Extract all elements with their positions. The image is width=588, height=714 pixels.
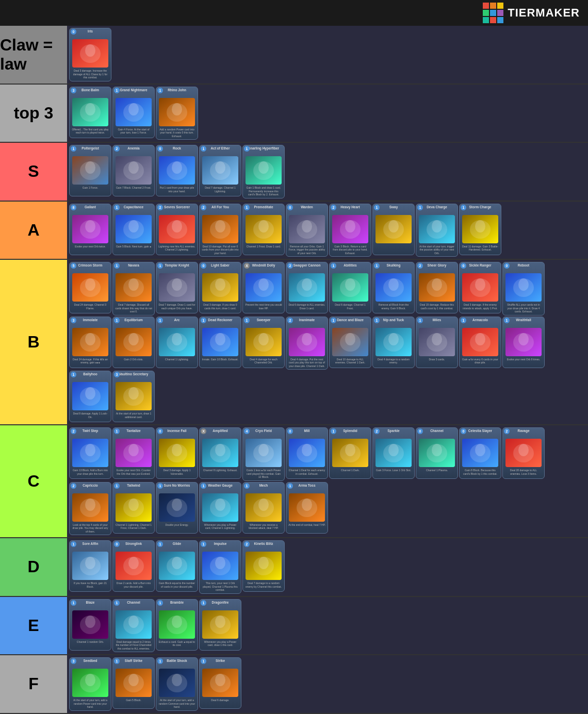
card[interactable]: 1Storm Charge Deal 11 damage. Gain 3 Bat… (459, 204, 501, 255)
card-desc: Draw 2 cards. Add a Burn into your disca… (114, 581, 153, 589)
tier-cards-e: 1Blaze Channel 1 random Orb.1Channel Dea… (67, 597, 588, 655)
card[interactable]: 1Channel Deal damage equal to 2 times th… (112, 599, 155, 653)
card[interactable]: 0Sickle Ranger Deal 3 damage. If the ene… (459, 262, 501, 313)
card-name: Deva Charge (427, 205, 447, 211)
card[interactable]: 1Tantalize Evoke your next Orb. Counter … (112, 427, 155, 479)
card[interactable]: 1Skulking Remove all Block from the enem… (372, 262, 415, 313)
card[interactable]: 0Incense Fall Deal 3 damage. Apply 1 Vul… (156, 427, 198, 479)
card[interactable]: 2Ravage Deal 28 damage to ALL enemies. L… (502, 427, 545, 479)
card-art (116, 98, 152, 126)
card[interactable]: 1Sore Affin If you have no Block, gain 2… (69, 540, 111, 592)
card-art (246, 273, 282, 302)
card-cost: 3 (71, 318, 76, 323)
card[interactable]: XWindmill Dolly Prevent the next time yo… (242, 262, 285, 313)
card-art (289, 273, 325, 302)
card[interactable]: 1Arc Channel 1 Lightning. (156, 317, 198, 368)
card-name: Rock (173, 146, 181, 153)
tier-cards-d: 1Sore Affin If you have no Block, gain 2… (67, 538, 588, 596)
card[interactable]: 1Blaze Channel 1 random Orb. (69, 599, 111, 651)
card-art (289, 493, 325, 522)
card[interactable]: 1Dragonfire Whenever you play a Power ca… (199, 599, 241, 651)
card[interactable]: 1Impulse This turn, your next 1 Orb play… (199, 540, 241, 594)
card[interactable]: 3Bone Balm Offered... The first card you… (69, 87, 111, 138)
card[interactable]: 1Tailwind Channel 1 Lightning, Channel 1… (112, 482, 155, 534)
card-desc: At the start of your turn, draw 1 additi… (114, 411, 153, 419)
card[interactable]: 1Premeditate Channel 1 Frost. Draw 1 car… (242, 204, 285, 255)
card[interactable]: 1Sway (372, 204, 415, 255)
card[interactable]: 1Arma Toss At the end of combat, heal 7 … (286, 482, 328, 534)
card[interactable]: 1Mech Whenever you receive a blocked att… (242, 482, 285, 534)
card[interactable]: 0Channel Channel 1 Plasma. (416, 427, 458, 479)
card[interactable]: 0Mill Channel 1 Deal for each enemy in c… (286, 427, 328, 479)
card[interactable]: 2Anemia Gain 7 Block. Channel 2 Frost. (112, 145, 155, 196)
card[interactable]: 0Warden Remove all your Orbs. Gain 1 For… (286, 204, 328, 257)
svg-point-44 (302, 220, 312, 233)
card[interactable]: 1Armacolo Gain ● for every 6 cards in yo… (459, 317, 501, 368)
svg-point-83 (432, 278, 442, 291)
card[interactable]: 3Immolate Deal 24 damage. If this kills … (69, 317, 111, 368)
card[interactable]: 1Templar Knight Deal 7 damage. Draw 1 ca… (156, 262, 198, 313)
card-cost: 1 (417, 318, 423, 323)
card[interactable]: 2Kinetic Blitz Deal 7 damage to a random… (242, 540, 285, 592)
card[interactable]: 0Iris Deal 3 damage. Increase the damage… (69, 28, 111, 81)
card[interactable]: XAmplified Channel 8 Lightning. Exhaust. (199, 427, 241, 479)
card[interactable]: 0Celestia Slayer Gain 8 Block. Because t… (459, 427, 501, 479)
card[interactable]: 1Nip and Tuck Deal 4 damage to a random … (372, 317, 415, 368)
card-desc: Deal 7 damage. Channel 1 Lightning. (201, 186, 240, 193)
card[interactable]: 8Gallant Evoke your next Orb twice. (69, 204, 111, 255)
card[interactable]: 1Ballyhoo Deal 8 damage. Apply 1 Lock-On… (69, 371, 111, 422)
card[interactable]: 0Light Saber Deal 3 damage. If you draw … (199, 262, 241, 313)
card[interactable]: 0Rock Put 1 card from your draw pile int… (156, 145, 198, 196)
card[interactable]: 2Sheer Glory Deal 15 damage. Reduce this… (416, 262, 458, 313)
card[interactable]: 2Sparkle Gain 3 Force. Lose 1 Orb Slot. (372, 427, 415, 479)
card[interactable]: 1Miles Draw 3 cards. (416, 317, 458, 368)
card[interactable]: 1Splendid Channel 1 Dark. (329, 427, 371, 479)
card[interactable]: 1Sweeper Deal 4 damage for each Channele… (242, 317, 285, 368)
card[interactable]: 1Grand Nightmare Gain 4 Force. At the st… (112, 87, 155, 138)
card[interactable]: 1Rhino John Add a random Power card into… (156, 87, 198, 140)
card[interactable]: 1Poltergeist Gain 1 Force. (69, 145, 111, 196)
card[interactable]: 1Snarling Hyperfiber Gain 1 Block and dr… (242, 145, 285, 198)
card[interactable]: 1Battle Shock At the start of your turn,… (156, 657, 198, 711)
card[interactable]: 2Inanimate Deal 4 damage. Put the next c… (286, 317, 328, 370)
card[interactable]: 1Strike Deal 6 damage. (199, 657, 241, 709)
card-art (202, 439, 238, 467)
card[interactable]: 5Crimson Storm Deal 24 damage. Channel 3… (69, 262, 111, 313)
card[interactable]: 3Vaultino Secretary At the start of your… (112, 371, 155, 422)
card[interactable]: 3Seedbed At the start of your turn, add … (69, 657, 111, 711)
card[interactable]: 2Capriccio Look at the top 4 cards of yo… (69, 482, 111, 536)
card[interactable]: 1Wraithfall Evoke your next Orb 8 times. (502, 317, 545, 368)
svg-point-140 (215, 444, 225, 456)
card[interactable]: 1Weather Gauge Whenever you play a Power… (199, 482, 241, 534)
card[interactable]: 2Swapper Cannon Deal 6 damage to ALL ene… (286, 262, 328, 313)
card[interactable]: 2All For You Deal 10 damage. Put all ove… (199, 204, 241, 257)
card[interactable]: 1Bramble Exhaust a card. Gain ● equal to… (156, 599, 198, 651)
card[interactable]: 2Sevres Sorcerer Lightning now hits ALL … (156, 204, 198, 255)
tier-cards-top: 0Iris Deal 3 damage. Increase the damage… (67, 26, 588, 84)
card[interactable]: 0Stronglink Draw 2 cards. Add a Burn int… (112, 540, 155, 592)
card[interactable]: 2Twirl Step Gain 13 Block. Add a Burn in… (69, 427, 111, 479)
card[interactable]: 1Navara Deal 7 damage. Discard all cards… (112, 262, 155, 316)
card[interactable]: 1Dead Reckoner Innate. Gain 10 Block. Ex… (199, 317, 241, 368)
card[interactable]: 1Glide Gain Block equal to the number of… (156, 540, 198, 592)
card[interactable]: 1Deva Charge At the start of your turn, … (416, 204, 458, 257)
svg-point-101 (215, 333, 225, 345)
card[interactable]: 0Reboot Shuffle ALL your cards not in yo… (502, 262, 545, 316)
card[interactable]: 1Capacitance Gain 5 Block. Next turn, ga… (112, 204, 155, 255)
card-art (116, 328, 152, 356)
svg-point-206 (215, 616, 225, 628)
card[interactable]: 1Sure No Worries Double your Energy. (156, 482, 198, 534)
card-name: Iris (88, 29, 93, 36)
card[interactable]: 1Dance and Blaze Deal 10 damage to ALL e… (329, 317, 371, 368)
card-name: Wraithfall (516, 318, 531, 324)
card-desc: Lightning now hits ALL enemies. Channel … (157, 244, 197, 252)
svg-point-173 (215, 499, 225, 511)
card[interactable]: 1Act of Ether Deal 7 damage. Channel 1 L… (199, 145, 241, 196)
card[interactable]: 2Heavy Heart Gain 3 Block. Return a card… (329, 204, 371, 257)
card[interactable]: 1Staff Strike Gain 5 Block. (112, 657, 155, 709)
card-cost: 1 (71, 541, 76, 547)
card[interactable]: 1Equilibrium Gain 2 Orb slots. (112, 317, 155, 368)
card[interactable]: 1Abilities Deal 6 damage. Channel 1 Fros… (329, 262, 371, 313)
card-art (159, 328, 195, 356)
card[interactable]: 4Cryo Field Costs 1 less ● for each Powe… (242, 427, 285, 481)
